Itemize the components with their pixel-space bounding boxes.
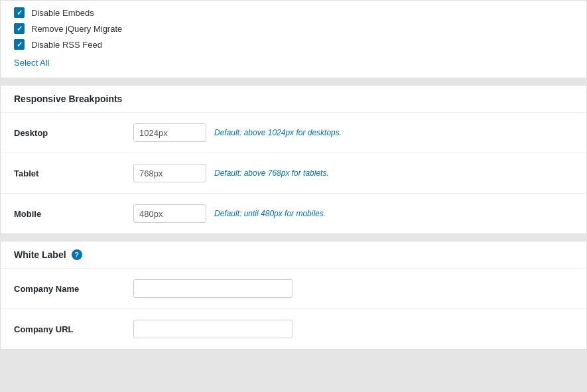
checkbox-disable-rss-feed[interactable]: [14, 39, 25, 50]
checkbox-disable-embeds[interactable]: [14, 7, 25, 18]
desktop-input[interactable]: [133, 123, 206, 142]
white-label-title-text: White Label: [14, 249, 66, 260]
tablet-label: Tablet: [14, 168, 133, 178]
mobile-input-wrap: Default: until 480px for mobiles.: [133, 204, 326, 223]
mobile-input[interactable]: [133, 204, 206, 223]
white-label-card: White Label ? Company Name Company URL: [0, 241, 587, 350]
company-url-input[interactable]: [133, 320, 293, 338]
tablet-hint: Default: above 768px for tablets.: [214, 168, 329, 178]
top-section: Disable Embeds Remove jQuery Migrate Dis…: [0, 0, 587, 78]
tablet-input[interactable]: [133, 164, 206, 182]
desktop-input-wrap: Default: above 1024px for desktops.: [133, 123, 342, 142]
responsive-breakpoints-body: Desktop Default: above 1024px for deskto…: [1, 113, 586, 233]
company-url-row: Company URL: [1, 309, 586, 349]
white-label-body: Company Name Company URL: [1, 269, 586, 349]
company-name-input-wrap: [133, 279, 293, 298]
company-name-label: Company Name: [14, 284, 133, 294]
white-label-help-icon[interactable]: ?: [72, 249, 82, 260]
mobile-row: Mobile Default: until 480px for mobiles.: [1, 194, 586, 233]
white-label-header: White Label ?: [1, 241, 586, 269]
checkbox-label-disable-rss-feed: Disable RSS Feed: [31, 40, 102, 50]
tablet-row: Tablet Default: above 768px for tablets.: [1, 153, 586, 194]
checkbox-remove-jquery-migrate[interactable]: [14, 23, 25, 34]
checkbox-label-remove-jquery-migrate: Remove jQuery Migrate: [31, 24, 122, 34]
desktop-row: Desktop Default: above 1024px for deskto…: [1, 113, 586, 153]
mobile-hint: Default: until 480px for mobiles.: [214, 209, 326, 218]
responsive-breakpoints-header: Responsive Breakpoints: [1, 86, 586, 113]
tablet-input-wrap: Default: above 768px for tablets.: [133, 164, 329, 182]
checkbox-row-disable-rss-feed: Disable RSS Feed: [14, 39, 573, 50]
responsive-breakpoints-card: Responsive Breakpoints Desktop Default: …: [0, 85, 587, 234]
checkbox-row-remove-jquery-migrate: Remove jQuery Migrate: [14, 23, 573, 34]
desktop-label: Desktop: [14, 128, 133, 138]
desktop-hint: Default: above 1024px for desktops.: [214, 128, 342, 137]
white-label-title-row: White Label ?: [14, 249, 573, 260]
mobile-label: Mobile: [14, 209, 133, 219]
company-name-row: Company Name: [1, 269, 586, 309]
checkbox-row-disable-embeds: Disable Embeds: [14, 7, 573, 18]
page-wrapper: Disable Embeds Remove jQuery Migrate Dis…: [0, 0, 587, 392]
select-all-link[interactable]: Select All: [14, 58, 49, 68]
company-name-input[interactable]: [133, 279, 293, 298]
company-url-input-wrap: [133, 320, 293, 338]
responsive-breakpoints-title: Responsive Breakpoints: [14, 94, 573, 104]
company-url-label: Company URL: [14, 324, 133, 334]
checkbox-label-disable-embeds: Disable Embeds: [31, 8, 94, 18]
